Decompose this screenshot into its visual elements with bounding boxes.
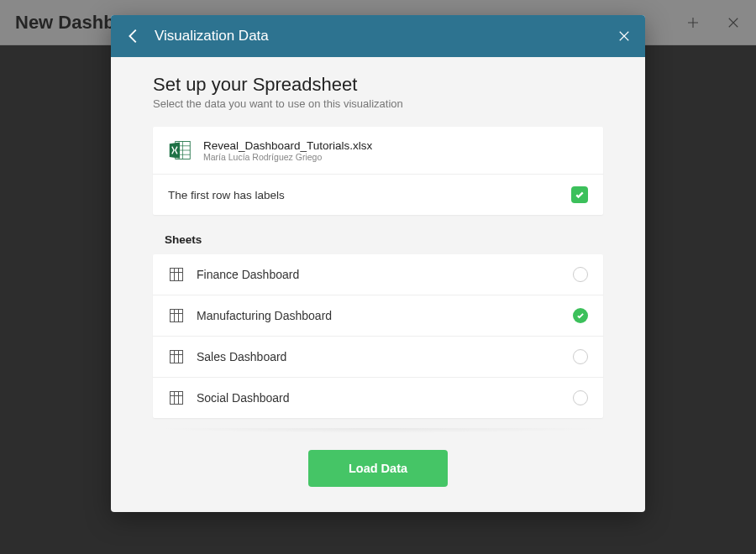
modal-title: Visualization Data xyxy=(155,28,605,44)
file-row[interactable]: Reveal_Dashboard_Tutorials.xlsx María Lu… xyxy=(153,127,603,175)
panel-shadow xyxy=(153,428,603,433)
sheet-row[interactable]: Social Dashboard xyxy=(153,378,603,418)
sheet-name: Finance Dashboard xyxy=(197,268,561,281)
radio-unselected-icon[interactable] xyxy=(573,267,588,282)
back-arrow-icon[interactable] xyxy=(124,27,143,45)
sheets-label: Sheets xyxy=(165,233,603,246)
modal-header: Visualization Data xyxy=(111,15,645,57)
sheet-name: Manufacturing Dashboard xyxy=(197,309,561,322)
grid-icon xyxy=(168,266,185,283)
visualization-data-modal: Visualization Data Set up your Spreadshe… xyxy=(111,15,645,512)
radio-unselected-icon[interactable] xyxy=(573,349,588,364)
setup-title: Set up your Spreadsheet xyxy=(153,74,603,96)
sheet-row[interactable]: Sales Dashboard xyxy=(153,337,603,378)
sheet-row[interactable]: Manufacturing Dashboard xyxy=(153,295,603,337)
sheets-panel: Finance DashboardManufacturing Dashboard… xyxy=(153,254,603,418)
grid-icon xyxy=(168,389,185,406)
svg-rect-5 xyxy=(171,269,183,281)
modal-close-icon[interactable] xyxy=(617,29,632,44)
grid-icon xyxy=(168,348,185,365)
file-owner: María Lucía Rodríguez Griego xyxy=(203,152,372,162)
modal-body: Set up your Spreadsheet Select the data … xyxy=(111,57,645,512)
sheet-name: Social Dashboard xyxy=(197,391,561,405)
svg-rect-13 xyxy=(171,351,183,363)
radio-selected-icon[interactable] xyxy=(573,308,588,323)
grid-icon xyxy=(168,307,185,324)
svg-rect-17 xyxy=(171,392,183,405)
svg-rect-9 xyxy=(171,310,183,322)
file-name: Reveal_Dashboard_Tutorials.xlsx xyxy=(203,139,372,152)
checkbox-checked-icon xyxy=(571,186,588,203)
setup-subtitle: Select the data you want to use on this … xyxy=(153,97,603,110)
radio-unselected-icon[interactable] xyxy=(573,390,588,405)
sheet-name: Sales Dashboard xyxy=(197,350,561,363)
file-meta: Reveal_Dashboard_Tutorials.xlsx María Lu… xyxy=(203,139,372,162)
load-data-button[interactable]: Load Data xyxy=(308,450,448,487)
first-row-labels-text: The first row has labels xyxy=(168,189,285,201)
first-row-labels-toggle[interactable]: The first row has labels xyxy=(153,175,603,215)
excel-file-icon xyxy=(168,138,192,162)
file-panel: Reveal_Dashboard_Tutorials.xlsx María Lu… xyxy=(153,127,603,215)
sheet-row[interactable]: Finance Dashboard xyxy=(153,254,603,295)
